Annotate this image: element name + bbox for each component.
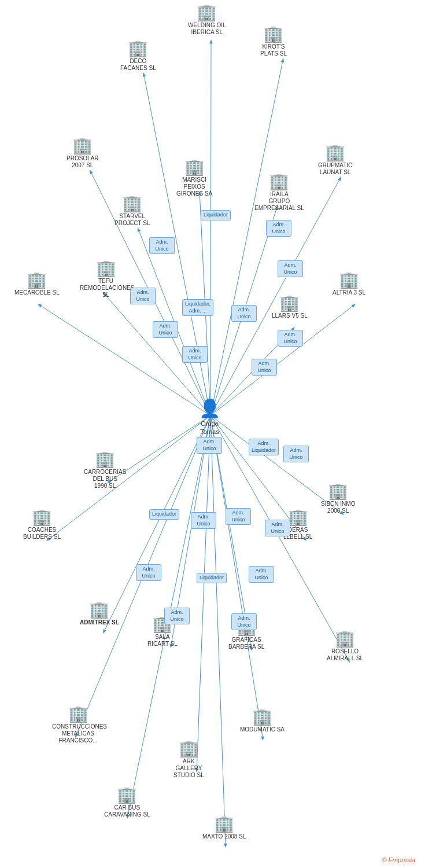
role-badge-2[interactable]: Adm. Unico: [149, 237, 175, 254]
building-icon-iraila: 🏢: [269, 174, 289, 190]
node-label-construcciones: CONSTRUCCIONES METALICAS FRANCISCO...: [52, 723, 104, 744]
role-badge-0[interactable]: Liquidador: [201, 210, 231, 220]
node-tefu[interactable]: 🏢TEFU REMODELACIONES SL: [80, 260, 132, 299]
node-mecaroble[interactable]: 🏢MECAROBLE SL: [14, 272, 60, 296]
node-admitrex[interactable]: 🏢ADMITREX SL: [80, 602, 119, 626]
node-label-llars_v5: LLARS V5 SL: [272, 312, 308, 319]
role-badge-4[interactable]: Adm. Unico: [130, 288, 156, 304]
building-icon-grupmatic: 🏢: [325, 145, 345, 161]
node-starvel[interactable]: 🏢STARVEL PROJECT SL: [115, 196, 150, 227]
role-badge-5[interactable]: Liquidador, Adm. ...: [182, 299, 213, 316]
role-badge-1[interactable]: Adm. Unico: [266, 220, 291, 237]
role-badge-17[interactable]: Adm. Unico: [265, 520, 290, 536]
building-icon-tefu: 🏢: [96, 260, 116, 277]
building-icon-marisci: 🏢: [184, 159, 205, 175]
role-badge-22[interactable]: Adm. Unico: [231, 613, 257, 630]
node-label-iraila: IRAILA GRUPO EMPRESARIAL SL: [254, 191, 304, 212]
building-icon-deco_facanes: 🏢: [128, 41, 148, 57]
role-badge-21[interactable]: Adm. Unico: [164, 608, 190, 624]
role-badge-10[interactable]: Adm. Unico: [252, 359, 277, 376]
node-label-maxto_2008: MAXTO 2008 SL: [202, 833, 246, 840]
node-car_bus[interactable]: 🏢CAR BUS CARAVANING SL: [104, 787, 150, 818]
building-icon-modumatic: 🏢: [252, 709, 272, 725]
node-welding_oil[interactable]: 🏢WELDING OIL IBERICA SL: [188, 5, 226, 36]
node-label-admitrex: ADMITREX SL: [80, 619, 119, 626]
building-icon-carrocerias: 🏢: [95, 451, 115, 468]
node-marisci[interactable]: 🏢MARISCI PEIXOS GIRONES SA: [176, 159, 212, 197]
node-label-sala_ricart: SALA RICART SL: [147, 634, 178, 648]
node-iraila[interactable]: 🏢IRAILA GRUPO EMPRESARIAL SL: [254, 174, 304, 212]
node-modumatic[interactable]: 🏢MODUMATIC SA: [240, 709, 285, 733]
node-label-tefu: TEFU REMODELACIONES SL: [80, 278, 132, 299]
role-badge-12[interactable]: Adm. Liquidador: [249, 439, 279, 455]
role-badge-18[interactable]: Adm. Unico: [136, 564, 161, 581]
node-construcciones[interactable]: 🏢CONSTRUCCIONES METALICAS FRANCISCO...: [52, 706, 104, 744]
role-badge-9[interactable]: Adm. Unico: [278, 330, 303, 347]
building-icon-mecaroble: 🏢: [27, 272, 47, 288]
node-label-kirot_plats: KIROT'S PLATS SL: [260, 43, 287, 57]
node-label-grupmatic: GRUPMATIC LAUNAT SL: [318, 162, 352, 176]
node-deco_facanes[interactable]: 🏢DECO FACANES SL: [120, 41, 156, 72]
building-icon-ark_gallery: 🏢: [179, 741, 199, 757]
building-icon-kirot_plats: 🏢: [263, 26, 283, 42]
role-badge-16[interactable]: Adm. Unico: [226, 508, 251, 525]
node-rosello[interactable]: 🏢ROSELLO ALMIRALL SL: [327, 631, 363, 662]
node-carrocerias[interactable]: 🏢CARROCERIAS DEL BUS 1990 SL: [84, 451, 126, 490]
role-badge-6[interactable]: Adm. Unico: [231, 305, 257, 322]
building-icon-sibcn_inmo: 🏢: [328, 483, 348, 499]
node-label-altria3: ALTRIA 3 SL: [333, 289, 365, 296]
role-badge-11[interactable]: Adm. Unico: [197, 437, 222, 454]
node-label-sibcn_inmo: SIBCN INMO 2000 SL: [321, 501, 355, 514]
node-grupmatic[interactable]: 🏢GRUPMATIC LAUNAT SL: [318, 145, 352, 176]
role-badge-19[interactable]: Liquidador: [197, 573, 227, 583]
role-badge-7[interactable]: Adm. Unico: [153, 321, 178, 338]
node-label-coaches: COACHES BUILDERS SL: [23, 527, 61, 540]
node-label-graficas_barbera: GRAFICAS BARBERA SL: [228, 637, 264, 650]
node-label-starvel: STARVEL PROJECT SL: [115, 213, 150, 227]
node-kirot_plats[interactable]: 🏢KIROT'S PLATS SL: [260, 26, 287, 57]
node-label-mecaroble: MECAROBLE SL: [14, 289, 60, 296]
role-badge-15[interactable]: Adm. Unico: [191, 512, 216, 529]
building-icon-construcciones: 🏢: [68, 706, 88, 722]
node-prosolar[interactable]: 🏢PROSOLAR 2007 SL: [67, 138, 99, 169]
node-ark_gallery[interactable]: 🏢ARK GALLERY STUDIO SL: [173, 741, 204, 779]
building-icon-deras_llbell: 🏢: [288, 509, 308, 525]
building-icon-welding_oil: 🏢: [197, 5, 217, 21]
node-label-modumatic: MODUMATIC SA: [240, 726, 285, 733]
node-sibcn_inmo[interactable]: 🏢SIBCN INMO 2000 SL: [321, 483, 355, 514]
node-coaches[interactable]: 🏢COACHES BUILDERS SL: [23, 509, 61, 540]
building-icon-prosolar: 🏢: [72, 138, 93, 154]
building-icon-coaches: 🏢: [32, 509, 52, 525]
node-label-car_bus: CAR BUS CARAVANING SL: [104, 804, 150, 818]
role-badge-8[interactable]: Adm. Unico: [182, 346, 208, 363]
node-label-ark_gallery: ARK GALLERY STUDIO SL: [173, 758, 204, 779]
node-label-carrocerias: CARROCERIAS DEL BUS 1990 SL: [84, 469, 126, 490]
role-badge-20[interactable]: Adm. Unico: [249, 566, 274, 583]
building-icon-altria3: 🏢: [339, 272, 359, 288]
building-icon-car_bus: 🏢: [117, 787, 137, 803]
node-label-rosello: ROSELLO ALMIRALL SL: [327, 648, 363, 662]
building-icon-maxto_2008: 🏢: [214, 816, 234, 832]
node-label-prosolar: PROSOLAR 2007 SL: [67, 155, 99, 169]
node-altria3[interactable]: 🏢ALTRIA 3 SL: [333, 272, 365, 296]
footer-brand: © Empresia: [382, 856, 415, 863]
building-icon-starvel: 🏢: [122, 196, 142, 212]
node-label-marisci: MARISCI PEIXOS GIRONES SA: [176, 176, 212, 197]
building-icon-admitrex: 🏢: [89, 602, 109, 618]
building-icon-rosello: 🏢: [335, 631, 355, 647]
role-badge-13[interactable]: Adm. Unico: [283, 446, 309, 462]
person-icon: 👤: [199, 398, 220, 418]
role-badge-3[interactable]: Adm. Unico: [278, 260, 303, 277]
node-llars_v5[interactable]: 🏢LLARS V5 SL: [272, 295, 308, 319]
node-maxto_2008[interactable]: 🏢MAXTO 2008 SL: [202, 816, 246, 840]
role-badge-14[interactable]: Liquidador: [149, 509, 179, 520]
building-icon-llars_v5: 🏢: [279, 295, 300, 311]
node-label-welding_oil: WELDING OIL IBERICA SL: [188, 22, 226, 36]
node-label-deco_facanes: DECO FACANES SL: [120, 58, 156, 72]
